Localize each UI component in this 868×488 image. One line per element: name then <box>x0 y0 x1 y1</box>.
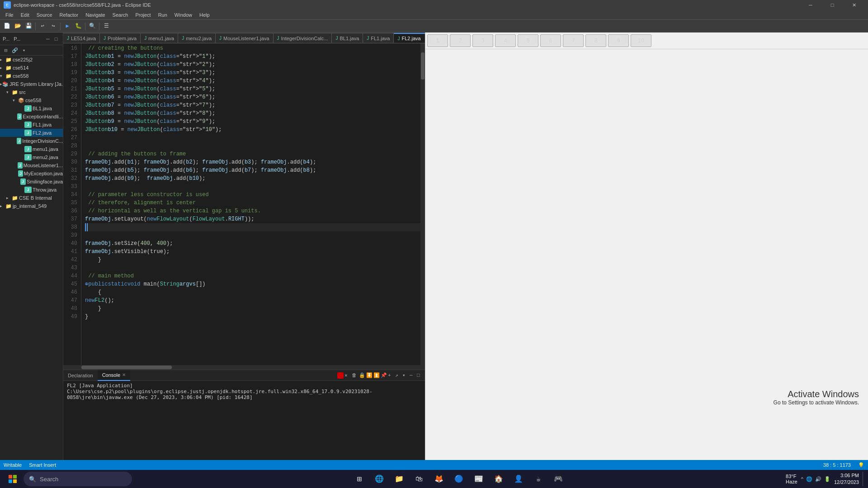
files-icon[interactable]: 📁 <box>390 471 408 487</box>
code-line-35[interactable]: // therefore, alignment is center <box>85 199 420 207</box>
scroll-end-icon[interactable]: ⏬ <box>366 372 373 379</box>
code-line-37[interactable]: frameObj.setLayout(new FlowLayout(FlowLa… <box>85 215 420 223</box>
code-line-23[interactable]: JButton b7 = new JButton(class="str">"7"… <box>85 101 420 109</box>
tree-item[interactable]: ▸📚JRE System Library [Ja... <box>0 80 63 88</box>
tree-item[interactable]: ▸📁cse514 <box>0 64 63 72</box>
edge-icon[interactable]: 🌐 <box>370 471 388 487</box>
link-editor-icon[interactable]: 🔗 <box>11 46 19 54</box>
view-menu-icon[interactable]: ▾ <box>20 46 28 54</box>
tree-item[interactable]: JIntegerDivisionC... <box>0 137 63 145</box>
stop-button[interactable] <box>337 372 344 379</box>
open-console-icon[interactable]: ↗ <box>395 372 401 379</box>
code-line-17[interactable]: JButton b1 = new JButton(class="str">"1"… <box>85 52 420 61</box>
code-line-24[interactable]: JButton b8 = new JButton(class="str">"8"… <box>85 109 420 117</box>
taskbar-search[interactable]: 🔍 Search <box>24 472 132 486</box>
run-button[interactable]: ▶ <box>62 21 72 31</box>
tab-fl2[interactable]: J FL2.java ✕ <box>394 33 425 43</box>
console-minimize[interactable]: ─ <box>410 372 416 379</box>
code-line-32[interactable]: frameObj.add(b9); frameObj.add(b10); <box>85 174 420 183</box>
tree-item[interactable]: JBL1.java <box>0 104 63 113</box>
package-explorer[interactable]: ▸📁cse225j2▸📁cse514▾📁cse558▸📚JRE System L… <box>0 56 63 460</box>
show-desktop-button[interactable] <box>863 472 864 486</box>
code-line-36[interactable]: // horizontal as well as the vertical ga… <box>85 207 420 215</box>
tab-integerdivision[interactable]: J IntegerDivisionCalc... <box>274 33 332 43</box>
undo-button[interactable]: ↩ <box>38 21 47 31</box>
collapse-all-icon[interactable]: ⊟ <box>2 46 10 54</box>
tree-item[interactable]: ▸📁cse225j2 <box>0 56 63 64</box>
maximize-button[interactable]: □ <box>822 0 843 10</box>
menu-refactor[interactable]: Refactor <box>56 11 82 19</box>
menu-file[interactable]: File <box>2 11 17 19</box>
code-editor[interactable]: 1617181920212223242526272829303132333435… <box>63 43 425 365</box>
tree-item[interactable]: JThrow.java <box>0 186 63 194</box>
tree-item[interactable]: JSmilingface.java <box>0 178 63 186</box>
menu-run[interactable]: Run <box>155 11 171 19</box>
user-icon[interactable]: 👤 <box>509 471 528 487</box>
code-line-39[interactable] <box>85 231 420 239</box>
code-line-46[interactable]: { <box>85 288 420 296</box>
tab-mouselistener[interactable]: J MouseListener1.java <box>216 33 274 43</box>
close-button[interactable]: ✕ <box>844 0 864 10</box>
code-line-20[interactable]: JButton b4 = new JButton(class="str">"4"… <box>85 77 420 85</box>
mini-btn-7[interactable]: 7 <box>563 34 584 47</box>
scroll-up-icon[interactable]: ⏫ <box>373 372 380 379</box>
tree-item[interactable]: Jmenu1.java <box>0 145 63 153</box>
menu-search[interactable]: Search <box>109 11 132 19</box>
tree-item[interactable]: JFL2.java <box>0 129 63 137</box>
code-line-29[interactable]: // adding the buttons to frame <box>85 150 420 158</box>
code-line-49[interactable]: } <box>85 313 420 321</box>
menu-edit[interactable]: Edit <box>17 11 33 19</box>
search-btn[interactable]: 🔍 <box>87 21 97 31</box>
code-line-30[interactable]: frameObj.add(b1); frameObj.add(b2); fram… <box>85 158 420 166</box>
mini-btn-4[interactable]: 4 <box>495 34 516 47</box>
news-icon[interactable]: 📰 <box>470 471 488 487</box>
open-button[interactable]: 📂 <box>13 21 23 31</box>
tree-item[interactable]: ▸📁CSE B Internal <box>0 194 63 202</box>
code-content[interactable]: // creating the buttons JButton b1 = new… <box>81 43 420 365</box>
panel-maximize-icon[interactable]: □ <box>52 35 60 43</box>
mini-btn-1[interactable]: 1 <box>427 34 448 47</box>
menu-window[interactable]: Window <box>171 11 196 19</box>
mini-btn-9[interactable]: 9 <box>608 34 629 47</box>
chevron-icon[interactable]: ^ <box>801 476 803 482</box>
tree-item[interactable]: ▾📁cse558 <box>0 72 63 80</box>
clear-console-icon[interactable]: 🗑 <box>352 372 358 379</box>
redo-button[interactable]: ↪ <box>48 21 58 31</box>
code-line-26[interactable]: JButton b10 = new JButton(class="str">"1… <box>85 126 420 134</box>
code-line-34[interactable]: // parameter less constructor is used <box>85 191 420 199</box>
tab-fl1[interactable]: J FL1.java <box>363 33 394 43</box>
menu-navigate[interactable]: Navigate <box>82 11 108 19</box>
code-line-42[interactable]: } <box>85 256 420 264</box>
tree-item[interactable]: JFL1.java <box>0 121 63 129</box>
tab-le514[interactable]: J LE514.java <box>63 33 100 43</box>
code-line-41[interactable]: frameObj.setVisible(true); <box>85 248 420 256</box>
tab-menu1[interactable]: J menu1.java <box>141 33 178 43</box>
console-view-menu[interactable]: ▾ <box>402 372 409 379</box>
code-line-16[interactable]: // creating the buttons <box>85 44 420 52</box>
tree-item[interactable]: JMouseListener1... <box>0 161 63 169</box>
panel-minimize-icon[interactable]: ─ <box>44 35 52 43</box>
code-line-38[interactable] <box>85 223 420 231</box>
tree-item[interactable]: Jmenu2.java <box>0 153 63 161</box>
console-tab-close[interactable]: ✕ <box>122 372 126 377</box>
code-line-19[interactable]: JButton b3 = new JButton(class="str">"3"… <box>85 69 420 77</box>
taskbar-clock[interactable]: 3:06 PM 12/27/2023 <box>834 472 859 486</box>
code-line-40[interactable]: frameObj.setSize(400, 400); <box>85 239 420 248</box>
code-line-18[interactable]: JButton b2 = new JButton(class="str">"2"… <box>85 61 420 69</box>
tab-declaration[interactable]: Declaration <box>63 370 98 381</box>
menu-project[interactable]: Project <box>132 11 154 19</box>
mini-btn-3[interactable]: 3 <box>472 34 493 47</box>
mini-btn-5[interactable]: 5 <box>518 34 538 47</box>
menu-help[interactable]: Help <box>196 11 213 19</box>
code-line-33[interactable] <box>85 183 420 191</box>
code-line-31[interactable]: frameObj.add(b5); frameObj.add(b6); fram… <box>85 166 420 174</box>
tab-console[interactable]: Console ✕ <box>98 370 130 381</box>
tab-problem[interactable]: J Problem.java <box>100 33 141 43</box>
horizontal-scrollbar[interactable] <box>63 365 425 370</box>
scrollbar-thumb[interactable] <box>421 52 425 80</box>
tree-item[interactable]: ▾📦cse558 <box>0 96 63 104</box>
tab-menu2[interactable]: J menu2.java <box>178 33 216 43</box>
tab-bl1[interactable]: J BL1.java <box>332 33 363 43</box>
tree-item[interactable]: ▸📁jp_internal_549 <box>0 202 63 210</box>
code-line-21[interactable]: JButton b5 = new JButton(class="str">"5"… <box>85 85 420 93</box>
